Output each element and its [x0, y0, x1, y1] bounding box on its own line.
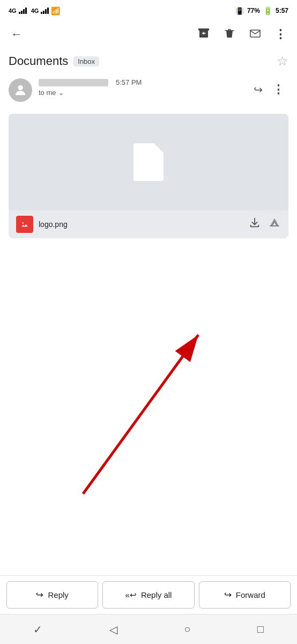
- bottom-actions: ↩ Reply «↩ Reply all ↪ Forward: [0, 575, 297, 614]
- sender-row: 5:57 PM to me ⌄ ↩ ⋮: [0, 73, 297, 107]
- forward-label: Forward: [236, 590, 265, 599]
- reply-icon: ↩: [36, 589, 43, 601]
- reply-all-label: Reply all: [141, 590, 172, 599]
- back-button[interactable]: ←: [6, 23, 27, 46]
- sender-info: 5:57 PM to me ⌄: [39, 78, 243, 97]
- nav-back-button[interactable]: ◁: [99, 618, 128, 641]
- sender-actions: ↩ ⋮: [249, 78, 288, 101]
- reply-quick-button[interactable]: ↩: [249, 79, 267, 100]
- email-header: Documents Inbox ☆: [0, 49, 297, 73]
- email-subject: Documents: [9, 54, 68, 68]
- clock: 5:57: [276, 7, 288, 14]
- forward-button[interactable]: ↪ Forward: [199, 581, 291, 609]
- sender-more-button[interactable]: ⋮: [268, 78, 288, 101]
- svg-point-2: [18, 85, 23, 90]
- nav-bar: ✓ ◁ ○ □: [0, 614, 297, 644]
- status-right: 📳 77% 🔋 5:57: [235, 6, 288, 15]
- vibrate-icon: 📳: [235, 7, 244, 15]
- status-left: 4G 4G 📶: [9, 6, 60, 15]
- expand-recipients-icon: ⌄: [58, 89, 64, 97]
- email-body: [0, 245, 297, 384]
- nav-check-button[interactable]: ✓: [23, 618, 53, 641]
- file-preview-icon: [133, 143, 164, 181]
- reply-all-icon: «↩: [125, 590, 137, 600]
- sender-time: 5:57 PM: [116, 78, 142, 86]
- status-bar: 4G 4G 📶 📳 77% 🔋 5:57: [0, 0, 297, 19]
- delete-button[interactable]: [219, 23, 240, 47]
- reply-button[interactable]: ↩ Reply: [6, 581, 98, 609]
- signal-4g-2: 4G: [31, 8, 39, 14]
- download-attachment-button[interactable]: [249, 217, 261, 232]
- forward-icon: ↪: [224, 589, 232, 601]
- toolbar: ← ⋮: [0, 19, 297, 49]
- attachment-bar: logo.png: [9, 210, 288, 238]
- signal-bars-2: [41, 8, 49, 14]
- attachment-actions: [249, 216, 281, 232]
- battery-icon: 🔋: [263, 6, 272, 15]
- battery-percent: 77%: [247, 7, 260, 14]
- signal-bars-1: [19, 8, 27, 14]
- svg-point-4: [22, 222, 24, 224]
- nav-recents-button[interactable]: □: [247, 618, 274, 641]
- reply-all-button[interactable]: «↩ Reply all: [102, 581, 194, 609]
- wifi-icon: 📶: [51, 6, 60, 15]
- sender-name: [39, 79, 108, 86]
- attachment-preview: [9, 114, 288, 210]
- attachment-card: logo.png: [9, 114, 288, 238]
- save-to-drive-button[interactable]: [268, 216, 281, 232]
- nav-home-button[interactable]: ○: [173, 618, 201, 641]
- more-options-button[interactable]: ⋮: [270, 23, 291, 46]
- inbox-badge: Inbox: [73, 56, 99, 67]
- archive-button[interactable]: [193, 23, 214, 47]
- star-button[interactable]: ☆: [277, 54, 288, 69]
- svg-rect-3: [21, 221, 29, 229]
- reply-label: Reply: [48, 590, 68, 599]
- signal-4g-1: 4G: [9, 8, 17, 14]
- attachment-thumbnail: [16, 216, 33, 233]
- mail-button[interactable]: [244, 23, 266, 47]
- attachment-filename: logo.png: [39, 220, 243, 229]
- sender-avatar: [9, 78, 32, 102]
- sender-to[interactable]: to me ⌄: [39, 89, 243, 97]
- sender-name-row: 5:57 PM: [39, 78, 243, 86]
- svg-rect-0: [198, 28, 209, 31]
